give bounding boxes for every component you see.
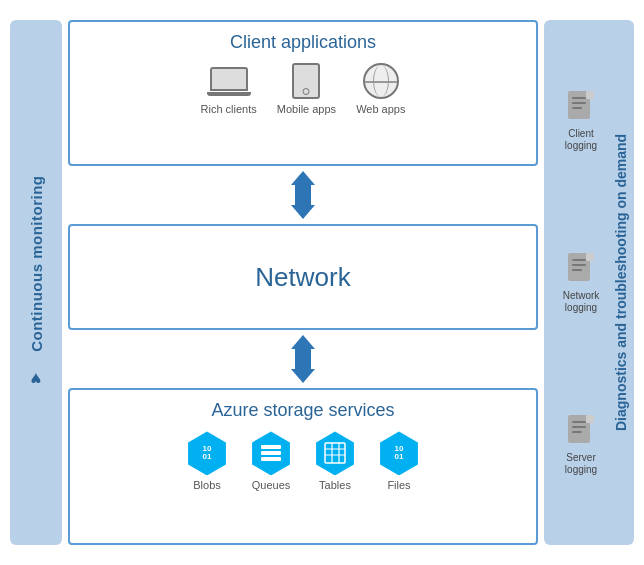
logging-items-col: Clientlogging Networklogging [549, 30, 613, 535]
files-icon: 1001 [377, 431, 421, 475]
svg-rect-2 [261, 457, 281, 461]
svg-rect-17 [572, 269, 582, 271]
tables-label: Tables [319, 479, 351, 491]
svg-rect-15 [572, 259, 586, 261]
network-logging-item: Networklogging [563, 251, 600, 314]
client-apps-box: Client applications Rich clients Mobile … [68, 20, 538, 166]
svg-rect-0 [261, 445, 281, 449]
arrow-connector-top [68, 170, 538, 220]
queues-label: Queues [252, 479, 291, 491]
rich-clients-item: Rich clients [201, 67, 257, 115]
web-apps-item: Web apps [356, 63, 405, 115]
azure-icons-row: 1001 Blobs Queues [80, 431, 526, 491]
network-box: Network [68, 224, 538, 330]
center-content: Client applications Rich clients Mobile … [68, 20, 538, 545]
blobs-icon: 1001 [185, 431, 229, 475]
files-label: Files [387, 479, 410, 491]
client-apps-icons: Rich clients Mobile apps Web apps [80, 63, 526, 115]
right-sidebar-content: Clientlogging Networklogging [549, 30, 629, 535]
continuous-monitoring-label: ♥ Continuous monitoring [26, 176, 47, 389]
blobs-item: 1001 Blobs [185, 431, 229, 491]
network-logging-label: Networklogging [563, 290, 600, 314]
arrow-connector-bottom [68, 334, 538, 384]
svg-rect-9 [572, 97, 586, 99]
svg-rect-23 [572, 431, 582, 433]
svg-rect-10 [572, 102, 586, 104]
mobile-apps-item: Mobile apps [277, 63, 336, 115]
client-logging-label: Clientlogging [565, 128, 597, 152]
client-apps-title: Client applications [80, 32, 526, 53]
svg-rect-3 [325, 443, 345, 463]
tables-svg [324, 442, 346, 464]
heart-icon: ♥ [26, 368, 47, 389]
left-sidebar: ♥ Continuous monitoring [10, 20, 62, 545]
server-logging-item: Serverlogging [565, 413, 597, 476]
laptop-screen [210, 67, 248, 91]
server-logging-label: Serverlogging [565, 452, 597, 476]
laptop-base [207, 92, 251, 96]
laptop-icon [207, 67, 251, 99]
svg-rect-16 [572, 264, 586, 266]
web-apps-label: Web apps [356, 103, 405, 115]
azure-storage-box: Azure storage services 1001 Blobs [68, 388, 538, 545]
svg-rect-11 [572, 107, 582, 109]
client-logging-icon [566, 89, 596, 125]
mobile-apps-label: Mobile apps [277, 103, 336, 115]
server-logging-icon [566, 413, 596, 449]
files-item: 1001 Files [377, 431, 421, 491]
svg-rect-22 [572, 426, 586, 428]
globe-icon [363, 63, 399, 99]
queues-icon [249, 431, 293, 475]
tables-icon [313, 431, 357, 475]
right-sidebar: Clientlogging Networklogging [544, 20, 634, 545]
azure-storage-title: Azure storage services [80, 400, 526, 421]
blobs-label: Blobs [193, 479, 221, 491]
main-container: ♥ Continuous monitoring Client applicati… [0, 0, 644, 565]
network-title: Network [255, 262, 350, 293]
rich-clients-label: Rich clients [201, 103, 257, 115]
tables-item: Tables [313, 431, 357, 491]
svg-rect-19 [586, 253, 594, 261]
svg-rect-1 [261, 451, 281, 455]
svg-rect-13 [586, 91, 594, 99]
svg-rect-25 [586, 415, 594, 423]
network-logging-icon [566, 251, 596, 287]
svg-rect-21 [572, 421, 586, 423]
queues-svg [260, 444, 282, 462]
queues-item: Queues [249, 431, 293, 491]
client-logging-item: Clientlogging [565, 89, 597, 152]
diagnostics-title: Diagnostics and troubleshooting on deman… [613, 30, 629, 535]
tablet-icon [292, 63, 320, 99]
